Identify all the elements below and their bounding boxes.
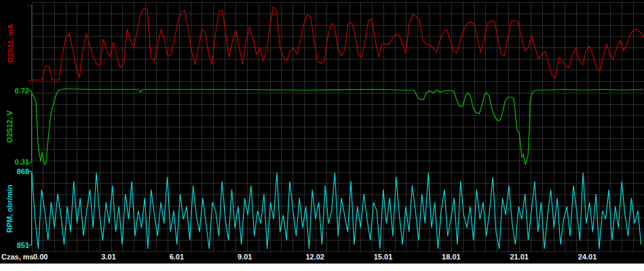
ytick-rpm-min: 851 [0,241,29,249]
x-tick-label: 6.01 [170,253,184,261]
scope-window: { "window": { "background": "#000000", "… [0,0,644,271]
channel-label-rpm: RPM, obr/min [5,185,14,233]
channel-label-o2s11: O2S11, mA [6,24,14,62]
x-tick-label: 0.00 [33,253,48,261]
x-tick-label: 12.02 [305,253,324,261]
ytick-o2s12-min: 0.31 [0,158,29,166]
y-axis [28,5,32,81]
x-tick-label: 18.01 [442,253,461,261]
trace [32,7,644,80]
x-tick-label: 3.01 [101,253,115,261]
y-axis [28,171,32,245]
footer-strip [0,264,644,271]
ytick-o2s12-max: 0.72 [0,87,29,95]
x-axis-title: Czas, ms [1,253,34,261]
series-o2s11 [28,5,644,81]
x-tick-label: 9.01 [238,253,252,261]
ytick-rpm-max: 868 [0,167,29,175]
plot-canvas[interactable] [0,0,644,264]
y-axis [28,91,32,163]
x-tick-label: 21.01 [510,253,529,261]
channel-label-o2s12: O2S12, V [5,110,14,143]
x-tick-label: 15.01 [374,253,393,261]
series-rpm [28,171,641,249]
trace [32,173,641,249]
x-tick-label: 24.01 [578,253,597,261]
